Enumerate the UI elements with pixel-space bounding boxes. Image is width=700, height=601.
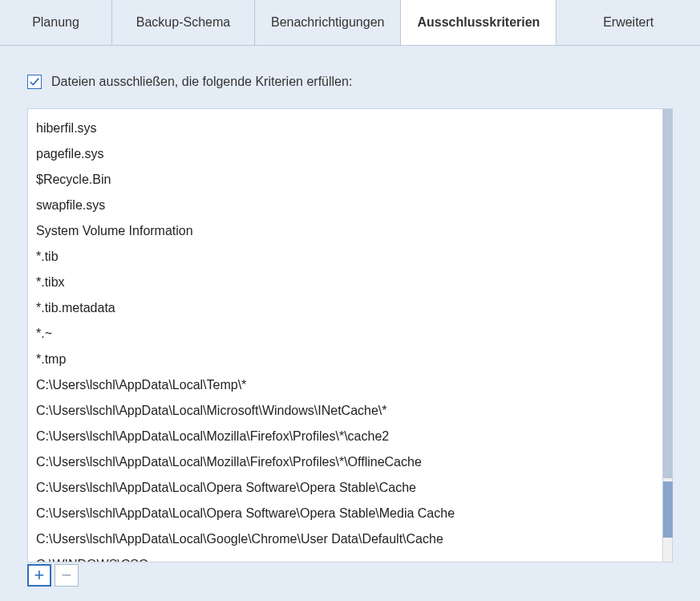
tab-backup-schema[interactable]: Backup-Schema [112,0,255,45]
scrollbar-thumb[interactable] [663,109,673,478]
exclusion-item[interactable]: *.tib.metadata [34,295,662,321]
exclusion-item[interactable]: C:\Users\lschl\AppData\Local\Mozilla\Fir… [34,424,662,449]
tab-content: Dateien ausschließen, die folgende Krite… [0,46,700,587]
tab-advanced[interactable]: Erweitert [556,0,700,45]
exclusion-item[interactable]: System Volume Information [34,218,662,244]
exclusion-item[interactable]: C:\Users\lschl\AppData\Local\Opera Softw… [34,475,662,501]
scrollbar[interactable] [663,108,673,562]
add-button[interactable]: + [27,564,51,587]
exclusion-item[interactable]: C:\Users\lschl\AppData\Local\Microsoft\W… [34,398,662,424]
exclusion-item[interactable]: $Recycle.Bin [34,167,662,193]
checkmark-icon [29,76,40,87]
exclude-files-checkbox[interactable] [27,75,42,89]
tab-planning[interactable]: Planung [0,0,112,45]
tab-exclusion-criteria[interactable]: Ausschlusskriterien [401,0,556,45]
tab-bar: Planung Backup-Schema Benachrichtigungen… [0,0,700,46]
exclusion-item[interactable]: C:\Users\lschl\AppData\Local\Opera Softw… [34,501,662,526]
remove-button[interactable]: − [55,564,79,587]
exclusion-item[interactable]: C:\Users\lschl\AppData\Local\Google\Chro… [34,526,662,552]
exclusion-item[interactable]: *.tibx [34,270,662,295]
exclude-files-label: Dateien ausschließen, die folgende Krite… [51,75,352,89]
exclusion-item[interactable]: hiberfil.sys [34,116,662,141]
exclusion-item[interactable]: C:\Users\lschl\AppData\Local\Temp\* [34,372,662,398]
scrollbar-thumb-active[interactable] [663,481,673,538]
exclusion-list[interactable]: hiberfil.syspagefile.sys$Recycle.Binswap… [27,108,663,562]
tab-notifications[interactable]: Benachrichtigungen [255,0,401,45]
exclusion-item[interactable]: C:\Users\lschl\AppData\Local\Mozilla\Fir… [34,449,662,475]
exclusion-item[interactable]: C:\WINDOWS\CSC [34,552,662,562]
exclude-files-checkbox-row: Dateien ausschließen, die folgende Krite… [27,75,678,89]
exclusion-item[interactable]: *.tmp [34,347,662,372]
exclusion-item[interactable]: pagefile.sys [34,141,662,167]
list-buttons: + − [27,564,678,587]
exclusion-item[interactable]: *.~ [34,321,662,347]
exclusion-item[interactable]: *.tib [34,244,662,270]
exclusion-item[interactable]: swapfile.sys [34,193,662,218]
